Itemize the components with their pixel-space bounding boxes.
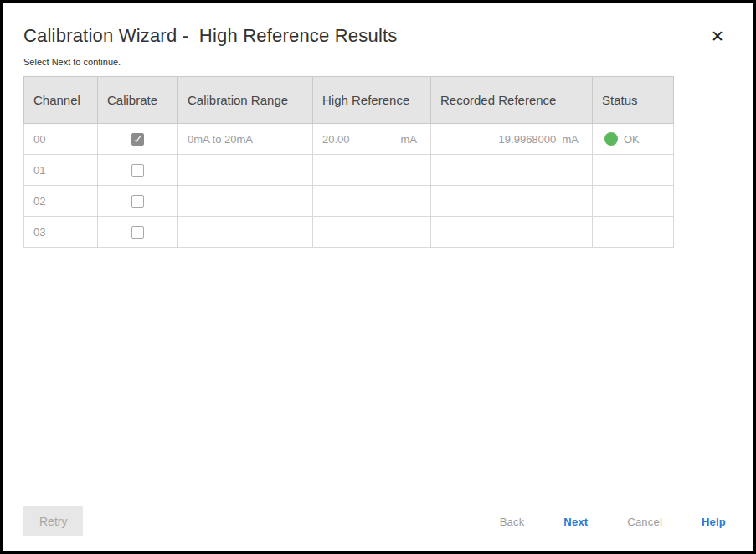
high-reference-unit: mA <box>401 133 418 146</box>
table-header-row: Channel Calibrate Calibration Range High… <box>24 77 674 124</box>
table-row: 02 <box>24 186 674 217</box>
instruction-text: Select Next to continue. <box>23 57 733 67</box>
status-cell <box>593 155 674 186</box>
table-row: 00 0mA to 20mA 20.00 mA 19.9968000 mA OK <box>24 124 674 155</box>
calibration-results-table: Channel Calibrate Calibration Range High… <box>23 76 674 248</box>
dialog-footer: Retry Back Next Cancel Help <box>3 506 753 536</box>
channel-cell: 03 <box>24 217 98 248</box>
wizard-nav-buttons: Back Next Cancel Help <box>500 516 726 528</box>
retry-button[interactable]: Retry <box>23 506 83 536</box>
calibrate-checkbox[interactable] <box>131 195 144 208</box>
recorded-reference-cell <box>431 217 593 248</box>
cancel-button[interactable]: Cancel <box>627 516 662 528</box>
dialog-titlebar: Calibration Wizard - High Reference Resu… <box>3 3 753 48</box>
status-ok-indicator <box>604 132 618 146</box>
help-button[interactable]: Help <box>702 516 726 528</box>
recorded-reference-cell <box>431 155 593 186</box>
next-button[interactable]: Next <box>563 516 588 528</box>
channel-cell: 00 <box>24 124 98 155</box>
channel-cell: 01 <box>24 155 98 186</box>
calibration-range-cell: 0mA to 20mA <box>178 124 313 155</box>
calibrate-cell <box>98 217 178 248</box>
column-header-status: Status <box>593 77 674 124</box>
recorded-reference-cell: 19.9968000 mA <box>431 124 593 155</box>
column-header-calibrate: Calibrate <box>98 77 178 124</box>
calibration-range-cell <box>178 217 313 248</box>
status-cell <box>593 186 674 217</box>
status-cell: OK <box>593 124 674 155</box>
calibration-range-cell <box>178 155 313 186</box>
status-badge: OK <box>624 133 640 146</box>
back-button[interactable]: Back <box>500 516 525 528</box>
high-reference-cell <box>313 186 431 217</box>
high-reference-value: 20.00 <box>322 133 350 146</box>
page-title: Calibration Wizard - High Reference Resu… <box>23 25 398 47</box>
calibrate-cell <box>98 124 178 155</box>
table-row: 03 <box>24 217 674 248</box>
column-header-calibration-range: Calibration Range <box>178 77 313 124</box>
calibrate-checkbox[interactable] <box>131 226 144 239</box>
close-icon[interactable]: ✕ <box>706 25 729 48</box>
table-row: 01 <box>24 155 674 186</box>
high-reference-cell: 20.00 mA <box>313 124 431 155</box>
content-spacer <box>3 248 753 506</box>
column-header-recorded-reference: Recorded Reference <box>431 77 593 124</box>
high-reference-cell <box>313 217 431 248</box>
column-header-channel: Channel <box>24 77 98 124</box>
column-header-high-reference: High Reference <box>313 77 431 124</box>
calibration-wizard-dialog: Calibration Wizard - High Reference Resu… <box>0 0 756 554</box>
calibrate-cell <box>98 155 178 186</box>
high-reference-cell <box>313 155 431 186</box>
recorded-reference-cell <box>431 186 593 217</box>
calibrate-cell <box>98 186 178 217</box>
calibration-range-cell <box>178 186 313 217</box>
status-cell <box>593 217 674 248</box>
calibrate-checkbox[interactable] <box>131 133 144 146</box>
channel-cell: 02 <box>24 186 98 217</box>
calibrate-checkbox[interactable] <box>131 164 144 177</box>
